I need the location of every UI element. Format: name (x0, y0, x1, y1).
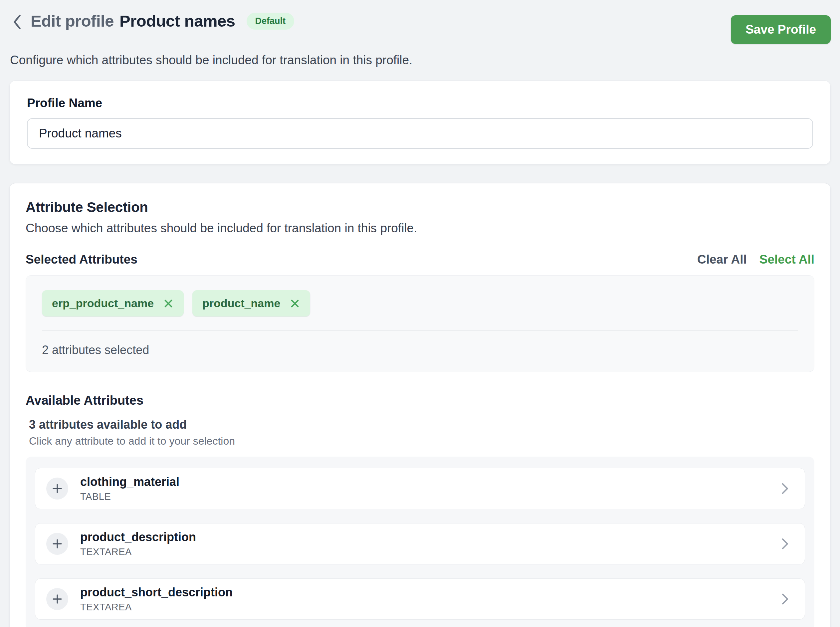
selected-attributes-actions: Clear All Select All (697, 253, 814, 266)
add-attribute-button[interactable] (46, 588, 68, 610)
clear-all-button[interactable]: Clear All (697, 253, 747, 266)
remove-chip-button[interactable] (290, 298, 300, 309)
attribute-name: product_description (80, 530, 196, 544)
plus-icon (51, 482, 63, 495)
attribute-selection-title: Attribute Selection (26, 199, 814, 215)
available-hint-text: Click any attribute to add it to your se… (29, 435, 814, 447)
page: Edit profile Product names Default Save … (0, 0, 840, 627)
save-profile-button[interactable]: Save Profile (731, 15, 831, 44)
selected-count-text: 2 attributes selected (42, 343, 798, 357)
attribute-type: TEXTAREA (80, 547, 196, 558)
remove-chip-button[interactable] (163, 298, 174, 309)
select-all-button[interactable]: Select All (760, 253, 814, 266)
title-group: Edit profile Product names Default (11, 11, 294, 31)
attribute-type: TABLE (80, 491, 180, 502)
attribute-selection-description: Choose which attributes should be includ… (26, 221, 814, 235)
chevron-left-icon (11, 13, 24, 31)
available-attribute-row[interactable]: clothing_material TABLE (35, 468, 805, 509)
selected-attributes-box: erp_product_name product_name (26, 275, 814, 372)
chevron-right-icon (778, 481, 791, 496)
attribute-name: product_short_description (80, 585, 233, 599)
attribute-selection-card: Attribute Selection Choose which attribu… (9, 183, 831, 627)
page-title-name: Product names (120, 12, 235, 30)
available-attributes-box: clothing_material TABLE product_descript… (26, 457, 814, 627)
profile-name-card: Profile Name (9, 80, 831, 164)
attribute-type: TEXTAREA (80, 602, 233, 613)
selected-attributes-header: Selected Attributes Clear All Select All (26, 253, 814, 266)
available-count-text: 3 attributes available to add (29, 417, 814, 432)
add-attribute-button[interactable] (46, 477, 68, 499)
chevron-right-icon (778, 536, 791, 551)
attribute-texts: product_description TEXTAREA (80, 530, 196, 558)
attribute-texts: clothing_material TABLE (80, 475, 180, 502)
selected-chips-row: erp_product_name product_name (42, 290, 798, 317)
profile-name-input[interactable] (27, 118, 813, 149)
attribute-texts: product_short_description TEXTAREA (80, 585, 233, 613)
page-title: Edit profile Product names (31, 12, 235, 30)
selected-chip[interactable]: erp_product_name (42, 290, 184, 317)
close-icon (290, 298, 300, 309)
default-badge: Default (247, 13, 295, 30)
page-title-prefix: Edit profile (31, 12, 114, 30)
plus-icon (51, 538, 63, 550)
selected-chip-label: product_name (202, 297, 280, 310)
close-icon (163, 298, 174, 309)
selected-box-divider (42, 331, 798, 331)
available-attribute-row[interactable]: product_short_description TEXTAREA (35, 578, 805, 620)
back-button[interactable] (11, 11, 24, 31)
selected-attributes-title: Selected Attributes (26, 253, 137, 266)
add-attribute-button[interactable] (46, 533, 68, 555)
selected-chip-label: erp_product_name (52, 297, 154, 310)
available-attributes-title: Available Attributes (26, 393, 814, 408)
page-subtitle: Configure which attributes should be inc… (10, 53, 831, 67)
available-attribute-row[interactable]: product_description TEXTAREA (35, 523, 805, 564)
chevron-right-icon (778, 592, 791, 607)
selected-chip[interactable]: product_name (192, 290, 310, 317)
profile-name-label: Profile Name (27, 96, 813, 110)
attribute-name: clothing_material (80, 475, 180, 489)
page-header: Edit profile Product names Default Save … (9, 9, 831, 44)
plus-icon (51, 593, 63, 605)
